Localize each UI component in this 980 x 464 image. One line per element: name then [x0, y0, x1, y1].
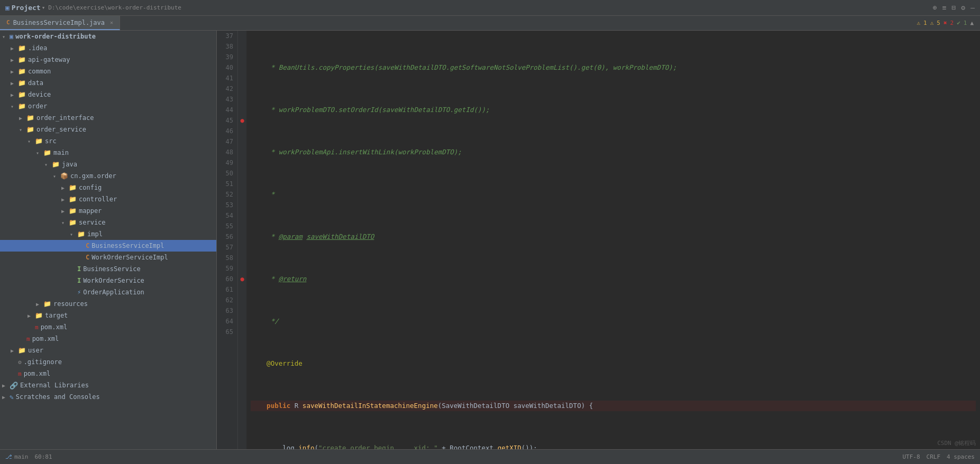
sidebar-item-pom-order[interactable]: ▶ m pom.xml: [0, 333, 216, 345]
line-col-value: 60:81: [35, 453, 52, 460]
gutter: ● ●: [238, 31, 246, 449]
sidebar-item-api-gateway[interactable]: ▶ 📁 api-gateway: [0, 54, 216, 66]
folder-icon: 📁: [26, 114, 34, 122]
watermark: CSDN @铭程码: [937, 439, 976, 447]
chevron-down-icon: ▾: [2, 34, 10, 40]
tab-bar: C BusinessServiceImpl.java ✕ ⚠ 1 ⚠ 5 ✖ 2…: [0, 16, 980, 31]
sidebar-item-service[interactable]: ▾ 📁 service: [0, 217, 216, 228]
folder-icon: 📁: [26, 126, 34, 133]
sidebar-item-main[interactable]: ▾ 📁 main: [0, 147, 216, 159]
sidebar-item-work-order-distribute[interactable]: ▾ ▣ work-order-distribute: [0, 31, 216, 42]
line-numbers: 37 38 39 40 41 42 43 44 45 46 47 48 49 5…: [217, 31, 238, 449]
sidebar-item-resources[interactable]: ▶ 📁 resources: [0, 298, 216, 310]
sidebar-item-impl[interactable]: ▾ 📁 impl: [0, 228, 216, 240]
code-line-42: * @return: [251, 274, 976, 284]
line-ending-value: CRLF: [927, 453, 941, 460]
sidebar-item-package[interactable]: ▾ 📦 cn.gxm.order: [0, 170, 216, 182]
project-icon: ▣: [5, 4, 10, 12]
sidebar-item-WorkOrderService[interactable]: ▶ I WorkOrderService: [0, 275, 216, 286]
folder-icon: 📁: [77, 230, 85, 238]
code-area: 37 38 39 40 41 42 43 44 45 46 47 48 49 5…: [217, 31, 980, 449]
line-ending-indicator[interactable]: CRLF: [927, 453, 941, 460]
toolbar-settings-icon[interactable]: ⚙: [961, 4, 965, 12]
git-icon: ⚙: [18, 359, 22, 366]
error-count-2: 2: [950, 20, 954, 26]
warn-count-5: 5: [937, 20, 940, 26]
git-branch[interactable]: ⎇ main: [5, 453, 29, 460]
folder-icon: 📁: [18, 56, 26, 63]
project-title: Project: [12, 4, 41, 12]
toolbar-minus-icon[interactable]: ⊟: [952, 4, 956, 12]
folder-icon: 📁: [69, 196, 77, 203]
sidebar-item-target[interactable]: ▶ 📁 target: [0, 310, 216, 321]
sidebar-item-order[interactable]: ▾ 📁 order: [0, 100, 216, 112]
dropdown-arrow[interactable]: ▾: [42, 4, 45, 11]
sidebar-item-config[interactable]: ▶ 📁 config: [0, 182, 216, 193]
folder-icon: 📁: [18, 91, 26, 98]
sidebar-item-BusinessServiceImpl[interactable]: ▶ C BusinessServiceImpl: [0, 240, 216, 252]
folder-icon: 📁: [18, 347, 26, 354]
folder-icon: 📁: [18, 79, 26, 87]
line-col-indicator[interactable]: 60:81: [35, 453, 52, 460]
tab-label: BusinessServiceImpl.java: [13, 19, 105, 26]
sidebar-item-order-interface[interactable]: ▶ 📁 order_interface: [0, 112, 216, 124]
sidebar-item-order-service[interactable]: ▾ 📁 order_service: [0, 124, 216, 135]
maven-icon: m: [26, 336, 30, 342]
sidebar-item-java[interactable]: ▾ 📁 java: [0, 159, 216, 170]
sidebar-item-mapper[interactable]: ▶ 📁 mapper: [0, 205, 216, 217]
tab-icon: C: [6, 19, 10, 26]
sidebar-item-pom-order-service[interactable]: ▶ m pom.xml: [0, 321, 216, 333]
main-layout: ▾ ▣ work-order-distribute ▶ 📁 .idea ▶ 📁 …: [0, 31, 980, 449]
check-icon-1: ✔: [957, 20, 960, 26]
toolbar-minimize-icon[interactable]: —: [970, 4, 975, 12]
sidebar-item-device[interactable]: ▶ 📁 device: [0, 89, 216, 100]
module-icon: ▣: [10, 33, 13, 40]
error-marker-icon: ●: [240, 275, 244, 283]
folder-icon: 📁: [43, 149, 51, 156]
interface-icon: I: [77, 265, 81, 273]
indentation-indicator[interactable]: 4 spaces: [947, 453, 975, 460]
code-line-45: public R saveWithDetailInStatemachineEng…: [251, 401, 976, 411]
sidebar-item-common[interactable]: ▶ 📁 common: [0, 66, 216, 77]
project-sidebar: ▾ ▣ work-order-distribute ▶ 📁 .idea ▶ 📁 …: [0, 31, 217, 449]
sidebar-item-scratches[interactable]: ▶ ✎ Scratches and Consoles: [0, 391, 216, 403]
app-icon: ⚡: [77, 289, 81, 296]
code-line-37: * BeanUtils.copyProperties(saveWithDetai…: [251, 62, 976, 73]
sidebar-item-gitignore[interactable]: ▶ ⚙ .gitignore: [0, 356, 216, 368]
warn-count-1: 1: [923, 20, 927, 26]
git-icon: ⎇: [5, 453, 12, 460]
sidebar-item-WorkOrderServiceImpl[interactable]: ▶ C WorkOrderServiceImpl: [0, 252, 216, 263]
sidebar-item-src[interactable]: ▾ 📁 src: [0, 135, 216, 147]
toolbar-add-icon[interactable]: ⊕: [933, 4, 937, 12]
sidebar-item-OrderApplication[interactable]: ▶ ⚡ OrderApplication: [0, 286, 216, 298]
tab-close-icon[interactable]: ✕: [110, 20, 113, 25]
scratch-icon: ✎: [10, 393, 14, 401]
class-icon: C: [86, 254, 89, 261]
code-editor[interactable]: 37 38 39 40 41 42 43 44 45 46 47 48 49 5…: [217, 31, 980, 449]
tab-BusinessServiceImpl[interactable]: C BusinessServiceImpl.java ✕: [0, 16, 120, 30]
code-line-39: * workProblemApi.insertWithLink(workProb…: [251, 147, 976, 157]
folder-icon: 📁: [52, 161, 60, 168]
package-icon: 📦: [60, 172, 68, 180]
external-lib-icon: 🔗: [10, 382, 18, 389]
toolbar-list-icon[interactable]: ≡: [942, 4, 947, 12]
sidebar-item-pom-root[interactable]: ▶ m pom.xml: [0, 368, 216, 379]
sidebar-item-data[interactable]: ▶ 📁 data: [0, 77, 216, 89]
warn-icon-5: ⚠: [930, 20, 934, 26]
sidebar-item-BusinessService[interactable]: ▶ I BusinessService: [0, 263, 216, 275]
encoding-value: UTF-8: [902, 453, 920, 460]
folder-icon: 📁: [18, 103, 26, 110]
up-arrow-icon[interactable]: ▲: [970, 20, 974, 26]
code-line-41: * @param saveWithDetailDTO: [251, 231, 976, 242]
check-count-1: 1: [964, 20, 967, 26]
sidebar-item-controller[interactable]: ▶ 📁 controller: [0, 193, 216, 205]
code-line-38: * workProblemDTO.setOrderId(saveWithDeta…: [251, 105, 976, 115]
sidebar-item-external-libraries[interactable]: ▶ 🔗 External Libraries: [0, 379, 216, 391]
code-content[interactable]: * BeanUtils.copyProperties(saveWithDetai…: [246, 31, 980, 449]
encoding-indicator[interactable]: UTF-8: [902, 453, 920, 460]
code-line-44: @Override: [251, 358, 976, 369]
sidebar-item-idea[interactable]: ▶ 📁 .idea: [0, 42, 216, 54]
breakpoint-icon: ●: [240, 117, 244, 124]
project-path: D:\code\exercise\work-order-distribute: [48, 4, 181, 11]
sidebar-item-user[interactable]: ▶ 📁 user: [0, 345, 216, 356]
